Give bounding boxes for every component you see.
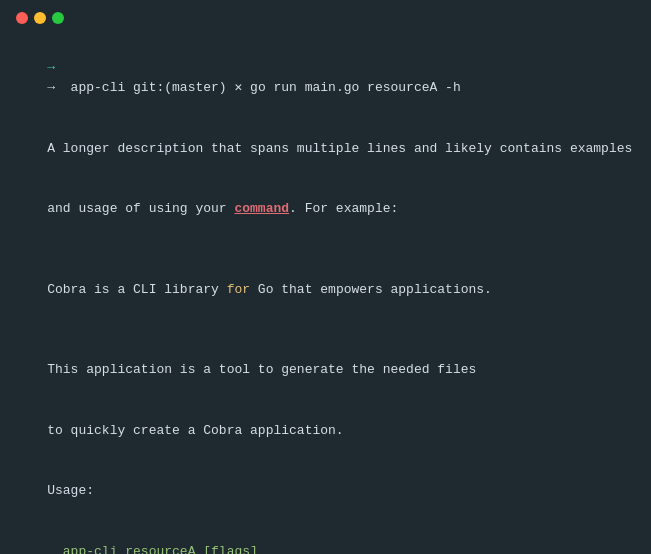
blank2 — [16, 320, 635, 340]
usage1-line: app-cli resourceA [flags] — [16, 521, 635, 554]
blank1 — [16, 239, 635, 259]
prompt-arrow: → — [47, 60, 55, 75]
cobra-for: for — [227, 282, 250, 297]
usage-label: Usage: — [16, 461, 635, 521]
cobra-line: Cobra is a CLI library for Go that empow… — [16, 260, 635, 320]
terminal-window: → → app-cli git:(master) ✕ go run main.g… — [0, 0, 651, 554]
desc-line2: and usage of using your command. For exa… — [16, 179, 635, 239]
app-line1: This application is a tool to generate t… — [16, 340, 635, 400]
usage-label-text: Usage: — [47, 483, 94, 498]
app-text2: to quickly create a Cobra application. — [47, 423, 343, 438]
cobra-text2: Go that empowers applications. — [250, 282, 492, 297]
desc-rest: . For example: — [289, 201, 398, 216]
app-line2: to quickly create a Cobra application. — [16, 401, 635, 461]
usage1-text: app-cli resourceA [flags] — [47, 544, 258, 554]
desc-line1: A longer description that spans multiple… — [16, 119, 635, 179]
desc-text2: and usage of using your — [47, 201, 234, 216]
prompt-text: → app-cli git:(master) ✕ go run main.go … — [47, 80, 461, 95]
cobra-text1: Cobra is a CLI library — [47, 282, 226, 297]
prompt-line: → → app-cli git:(master) ✕ go run main.g… — [16, 38, 635, 119]
titlebar — [16, 12, 635, 24]
maximize-button[interactable] — [52, 12, 64, 24]
close-button[interactable] — [16, 12, 28, 24]
desc-cmd: command — [234, 201, 289, 216]
desc-text1: A longer description that spans multiple… — [47, 141, 632, 156]
minimize-button[interactable] — [34, 12, 46, 24]
app-text1: This application is a tool to generate t… — [47, 362, 476, 377]
